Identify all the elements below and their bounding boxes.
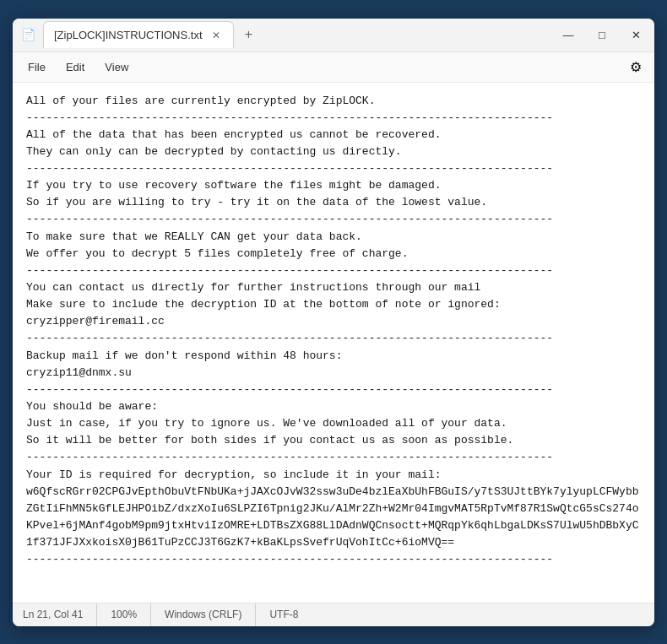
title-bar: 📄 [ZipLOCK]INSTRUCTIONS.txt ✕ + — □ ✕ — [13, 19, 654, 52]
file-content: All of your files are currently encrypte… — [26, 93, 641, 569]
window-controls: — □ ✕ — [556, 23, 648, 46]
line-ending: Windows (CRLF) — [151, 603, 256, 626]
app-icon: 📄 — [19, 26, 36, 43]
minimize-button[interactable]: — — [556, 23, 580, 46]
menu-bar: File Edit View ⚙ — [13, 52, 654, 83]
zoom-level: 100% — [97, 603, 151, 626]
cursor-position: Ln 21, Col 41 — [23, 603, 97, 626]
active-tab[interactable]: [ZipLOCK]INSTRUCTIONS.txt ✕ — [43, 21, 234, 48]
close-button[interactable]: ✕ — [624, 23, 648, 46]
tab-label: [ZipLOCK]INSTRUCTIONS.txt — [54, 29, 203, 41]
menu-view[interactable]: View — [96, 57, 137, 77]
new-tab-button[interactable]: + — [237, 23, 261, 46]
settings-icon[interactable]: ⚙ — [624, 55, 648, 78]
notepad-window: 📄 [ZipLOCK]INSTRUCTIONS.txt ✕ + — □ ✕ Fi… — [13, 19, 654, 626]
menu-edit[interactable]: Edit — [57, 57, 93, 77]
encoding: UTF-8 — [256, 603, 312, 626]
tab-close-button[interactable]: ✕ — [209, 29, 223, 42]
status-bar: Ln 21, Col 41 100% Windows (CRLF) UTF-8 — [13, 603, 654, 626]
menu-file[interactable]: File — [19, 57, 54, 77]
maximize-button[interactable]: □ — [590, 23, 614, 46]
text-content-area[interactable]: All of your files are currently encrypte… — [13, 83, 654, 603]
